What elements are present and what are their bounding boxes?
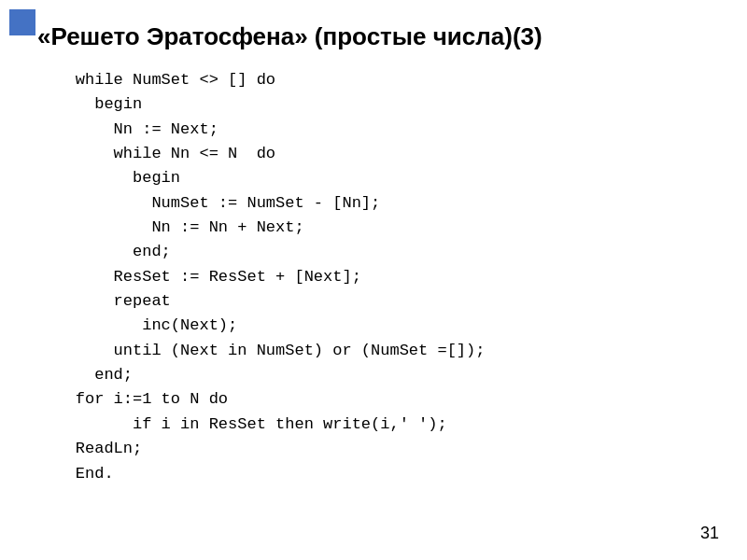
code-line-8: end; xyxy=(37,240,719,264)
code-line-2: begin xyxy=(37,92,719,117)
code-line-16: ReadLn; xyxy=(37,437,719,461)
code-line-14: for i:=1 to N do xyxy=(37,387,719,412)
code-line-4: while Nn <= N do xyxy=(37,142,719,166)
code-line-11: inc(Next); xyxy=(37,314,719,338)
code-line-1: while NumSet <> [] do xyxy=(37,68,719,92)
code-block: while NumSet <> [] do begin Nn := Next; … xyxy=(37,68,719,486)
code-line-10: repeat xyxy=(37,289,719,314)
code-line-13: end; xyxy=(37,363,719,387)
code-line-15: if i in ResSet then write(i,' '); xyxy=(37,413,719,437)
code-line-9: ResSet := ResSet + [Next]; xyxy=(37,265,719,289)
code-line-5: begin xyxy=(37,166,719,190)
code-line-3: Nn := Next; xyxy=(37,118,719,142)
code-line-12: until (Next in NumSet) or (NumSet =[]); xyxy=(37,339,719,363)
slide-container: «Решето Эратосфена» (простые числа)(3) w… xyxy=(0,0,747,560)
page-number: 31 xyxy=(700,524,719,543)
slide-title: «Решето Эратосфена» (простые числа)(3) xyxy=(37,22,719,51)
code-line-17: End. xyxy=(37,462,719,486)
corner-decoration xyxy=(9,9,35,35)
code-line-6: NumSet := NumSet - [Nn]; xyxy=(37,191,719,216)
code-line-7: Nn := Nn + Next; xyxy=(37,216,719,240)
